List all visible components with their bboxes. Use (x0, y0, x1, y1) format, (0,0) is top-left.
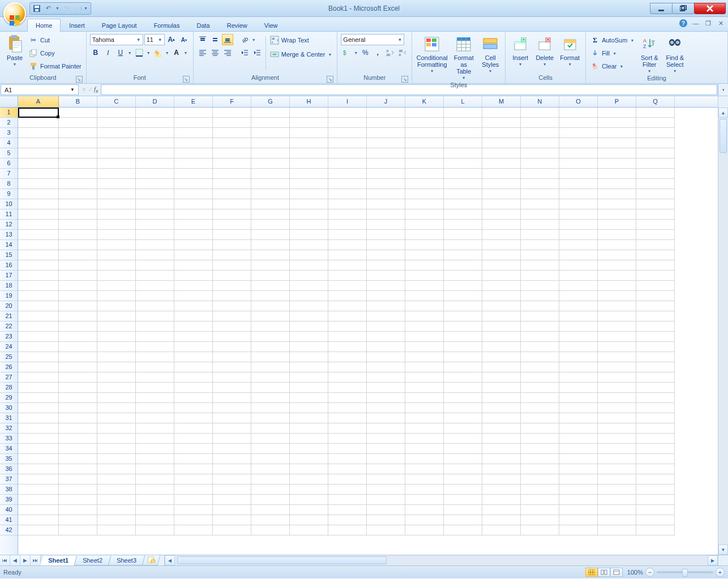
cell[interactable] (521, 271, 559, 281)
cell[interactable] (405, 209, 444, 220)
cell[interactable] (174, 260, 213, 271)
cell[interactable] (482, 372, 521, 383)
cell[interactable] (136, 393, 174, 403)
cell[interactable] (482, 169, 521, 179)
column-header[interactable]: C (97, 96, 136, 107)
cell[interactable] (18, 454, 59, 464)
scroll-down-icon[interactable]: ▼ (718, 545, 728, 555)
cell[interactable] (174, 108, 213, 118)
chevron-down-icon[interactable]: ▼ (70, 87, 75, 92)
column-header[interactable]: H (290, 96, 328, 107)
cell[interactable] (213, 444, 251, 454)
sort-filter-button[interactable]: AZSort & Filter▼ (637, 34, 661, 75)
cell[interactable] (18, 240, 59, 250)
cell[interactable] (251, 515, 290, 525)
cell[interactable] (482, 158, 521, 169)
cell[interactable] (636, 393, 675, 403)
cell[interactable] (482, 485, 521, 495)
cell[interactable] (636, 158, 675, 169)
cell[interactable] (598, 372, 636, 383)
cell[interactable] (636, 250, 675, 260)
cell[interactable] (598, 220, 636, 230)
cell[interactable] (444, 179, 482, 189)
cell[interactable] (174, 230, 213, 240)
cell[interactable] (598, 260, 636, 271)
cell[interactable] (18, 495, 59, 505)
cell[interactable] (18, 158, 59, 169)
fill-handle[interactable] (57, 115, 59, 118)
cell[interactable] (213, 454, 251, 464)
cell[interactable] (482, 444, 521, 454)
cell[interactable] (59, 301, 97, 311)
cell[interactable] (482, 271, 521, 281)
office-button[interactable] (3, 2, 26, 25)
cell[interactable] (405, 332, 444, 342)
row-header[interactable]: 39 (0, 495, 18, 505)
cell[interactable] (174, 383, 213, 393)
cell[interactable] (18, 515, 59, 525)
cell[interactable] (213, 515, 251, 525)
cell[interactable] (251, 362, 290, 372)
cell[interactable] (405, 321, 444, 332)
cell[interactable] (482, 454, 521, 464)
row-header[interactable]: 32 (0, 423, 18, 434)
scroll-right-icon[interactable]: ▶ (708, 555, 718, 565)
row-header[interactable]: 26 (0, 362, 18, 372)
cell[interactable] (521, 423, 559, 434)
cell[interactable] (559, 128, 598, 138)
cell[interactable] (405, 291, 444, 301)
cell[interactable] (328, 434, 367, 444)
cell[interactable] (251, 209, 290, 220)
cell[interactable] (405, 301, 444, 311)
cell[interactable] (59, 321, 97, 332)
fx-icon[interactable]: fx (94, 85, 99, 94)
cell[interactable] (59, 342, 97, 352)
cell[interactable] (367, 434, 405, 444)
cell[interactable] (97, 301, 136, 311)
cell[interactable] (97, 342, 136, 352)
cell[interactable] (598, 281, 636, 291)
enter-formula-icon[interactable]: ✓ (88, 86, 93, 93)
cell[interactable] (136, 240, 174, 250)
cell[interactable] (18, 332, 59, 342)
cell[interactable] (521, 413, 559, 423)
cell[interactable] (636, 209, 675, 220)
undo-icon[interactable]: ↶ (44, 4, 53, 13)
row-header[interactable]: 10 (0, 199, 18, 209)
cell[interactable] (444, 393, 482, 403)
cell[interactable] (405, 393, 444, 403)
cell[interactable] (636, 444, 675, 454)
cell[interactable] (559, 209, 598, 220)
tab-page-layout[interactable]: Page Layout (93, 19, 145, 32)
cell[interactable] (59, 108, 97, 118)
cell[interactable] (444, 260, 482, 271)
cell[interactable] (367, 260, 405, 271)
tab-insert[interactable]: Insert (61, 19, 93, 32)
cell[interactable] (59, 444, 97, 454)
paste-dropdown-icon[interactable]: ▼ (12, 62, 18, 67)
redo-icon[interactable]: ↷ (62, 4, 71, 13)
cell[interactable] (97, 250, 136, 260)
cell[interactable] (405, 250, 444, 260)
row-header[interactable]: 29 (0, 393, 18, 403)
cell[interactable] (97, 444, 136, 454)
cell[interactable] (328, 464, 367, 474)
cell[interactable] (405, 342, 444, 352)
cell[interactable] (328, 260, 367, 271)
cell[interactable] (213, 240, 251, 250)
cell[interactable] (251, 281, 290, 291)
cell[interactable] (213, 403, 251, 413)
cell[interactable] (444, 515, 482, 525)
cell[interactable] (59, 413, 97, 423)
cell[interactable] (18, 525, 59, 535)
cell[interactable] (290, 108, 328, 118)
cell[interactable] (521, 281, 559, 291)
cell[interactable] (18, 434, 59, 444)
cell[interactable] (328, 423, 367, 434)
cell[interactable] (174, 362, 213, 372)
format-dropdown-icon[interactable]: ▼ (567, 62, 572, 67)
cell[interactable] (59, 393, 97, 403)
cell[interactable] (174, 271, 213, 281)
align-middle-button[interactable] (209, 34, 221, 45)
cell[interactable] (598, 474, 636, 485)
